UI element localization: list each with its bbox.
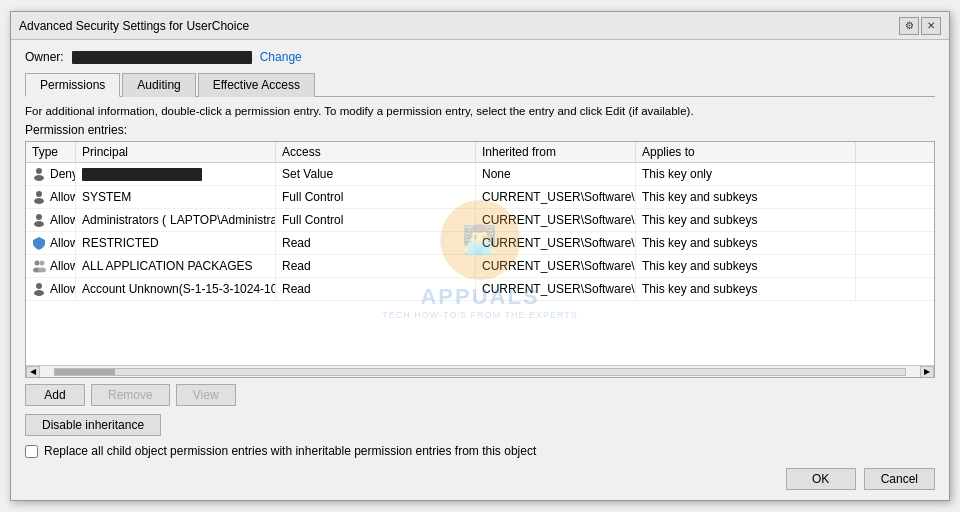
user-icon [32, 190, 46, 204]
row1-type: Deny [26, 163, 76, 185]
table-row[interactable]: Deny Set Value None This key only [26, 163, 934, 186]
bottom-section: Add Remove View Disable inheritance Repl… [25, 378, 935, 490]
row4-access: Read [276, 232, 476, 254]
disable-inheritance-row: Disable inheritance [25, 414, 935, 444]
row4-applies: This key and subkeys [636, 232, 856, 254]
title-bar-controls: ⚙ ✕ [899, 17, 941, 35]
row5-access: Read [276, 255, 476, 277]
row4-inherited: CURRENT_USER\Software\Microsoft\Windo... [476, 232, 636, 254]
row2-access: Full Control [276, 186, 476, 208]
col-header-extra [856, 142, 935, 162]
tab-effective-access[interactable]: Effective Access [198, 73, 315, 97]
svg-point-3 [34, 198, 44, 204]
action-button-row: Add Remove View [25, 384, 935, 406]
table-row[interactable]: Allow Administrators ( LAPTOP\Administra… [26, 209, 934, 232]
row6-type: Allow [26, 278, 76, 300]
row6-extra [856, 278, 934, 300]
svg-point-9 [38, 268, 46, 273]
col-header-inherited-from: Inherited from [476, 142, 636, 162]
row5-principal: ALL APPLICATION PACKAGES [76, 255, 276, 277]
ok-cancel-row: OK Cancel [25, 468, 935, 490]
row3-access: Full Control [276, 209, 476, 231]
window-title: Advanced Security Settings for UserChoic… [19, 19, 249, 33]
close-button[interactable]: ✕ [921, 17, 941, 35]
col-header-applies-to: Applies to [636, 142, 856, 162]
svg-point-5 [34, 221, 44, 227]
replace-permissions-row: Replace all child object permission entr… [25, 444, 935, 458]
principal-redacted [82, 168, 202, 181]
user-icon [32, 167, 46, 181]
scroll-right-arrow[interactable]: ▶ [920, 366, 934, 378]
shield-icon [32, 236, 46, 250]
svg-point-0 [36, 168, 42, 174]
info-text: For additional information, double-click… [25, 105, 935, 117]
settings-button[interactable]: ⚙ [899, 17, 919, 35]
row1-applies: This key only [636, 163, 856, 185]
cancel-button[interactable]: Cancel [864, 468, 935, 490]
tab-permissions[interactable]: Permissions [25, 73, 120, 97]
col-header-access: Access [276, 142, 476, 162]
add-button[interactable]: Add [25, 384, 85, 406]
row1-access: Set Value [276, 163, 476, 185]
row3-inherited: CURRENT_USER\Software\Microsoft\Windo... [476, 209, 636, 231]
row3-principal: Administrators ( LAPTOP\Administrators) [76, 209, 276, 231]
svg-point-2 [36, 191, 42, 197]
user-icon [32, 213, 46, 227]
dialog-content: Owner: Change Permissions Auditing Effec… [11, 40, 949, 500]
row5-inherited: CURRENT_USER\Software\Microsoft\Windo... [476, 255, 636, 277]
row5-type: Allow [26, 255, 76, 277]
change-owner-link[interactable]: Change [260, 50, 302, 64]
owner-value-redacted [72, 51, 252, 64]
horizontal-scrollbar[interactable]: ◀ ▶ [26, 365, 934, 377]
ok-button[interactable]: OK [786, 468, 856, 490]
row2-type: Allow [26, 186, 76, 208]
row4-extra [856, 232, 934, 254]
row3-type: Allow [26, 209, 76, 231]
table-row[interactable]: Allow ALL APPLICATION PACKAGES Read CURR… [26, 255, 934, 278]
svg-point-11 [34, 290, 44, 296]
row6-access: Read [276, 278, 476, 300]
owner-label: Owner: [25, 50, 64, 64]
table-header: Type Principal Access Inherited from App… [26, 142, 934, 163]
row5-applies: This key and subkeys [636, 255, 856, 277]
row6-inherited: CURRENT_USER\Software\Microsoft\Windo... [476, 278, 636, 300]
permission-entries-label: Permission entries: [25, 123, 935, 137]
col-header-principal: Principal [76, 142, 276, 162]
replace-permissions-checkbox[interactable] [25, 445, 38, 458]
col-header-type: Type [26, 142, 76, 162]
row3-applies: This key and subkeys [636, 209, 856, 231]
row2-principal: SYSTEM [76, 186, 276, 208]
svg-point-1 [34, 175, 44, 181]
row4-type: Allow [26, 232, 76, 254]
svg-point-4 [36, 214, 42, 220]
table-row[interactable]: Allow SYSTEM Full Control CURRENT_USER\S… [26, 186, 934, 209]
owner-row: Owner: Change [25, 50, 935, 64]
row1-inherited: None [476, 163, 636, 185]
scrollbar-track[interactable] [54, 368, 906, 376]
tab-auditing[interactable]: Auditing [122, 73, 195, 97]
row3-extra [856, 209, 934, 231]
row2-applies: This key and subkeys [636, 186, 856, 208]
group-icon [32, 259, 46, 273]
row2-extra [856, 186, 934, 208]
row5-extra [856, 255, 934, 277]
table-body: Deny Set Value None This key only [26, 163, 934, 365]
svg-point-7 [40, 261, 45, 266]
view-button[interactable]: View [176, 384, 236, 406]
table-row[interactable]: Allow Account Unknown(S-1-15-3-1024-1065… [26, 278, 934, 301]
row1-principal [76, 163, 276, 185]
tab-bar: Permissions Auditing Effective Access [25, 72, 935, 97]
table-row[interactable]: Allow RESTRICTED Read CURRENT_USER\Softw… [26, 232, 934, 255]
replace-permissions-label: Replace all child object permission entr… [44, 444, 536, 458]
main-window: Advanced Security Settings for UserChoic… [10, 11, 950, 501]
permissions-table-container: 👨‍💻 APPUALS TECH HOW-TO'S FROM THE EXPER… [25, 141, 935, 378]
scrollbar-thumb[interactable] [55, 369, 115, 375]
row1-extra [856, 163, 934, 185]
remove-button[interactable]: Remove [91, 384, 170, 406]
svg-point-10 [36, 283, 42, 289]
scroll-left-arrow[interactable]: ◀ [26, 366, 40, 378]
user-icon [32, 282, 46, 296]
row6-applies: This key and subkeys [636, 278, 856, 300]
disable-inheritance-button[interactable]: Disable inheritance [25, 414, 161, 436]
row4-principal: RESTRICTED [76, 232, 276, 254]
